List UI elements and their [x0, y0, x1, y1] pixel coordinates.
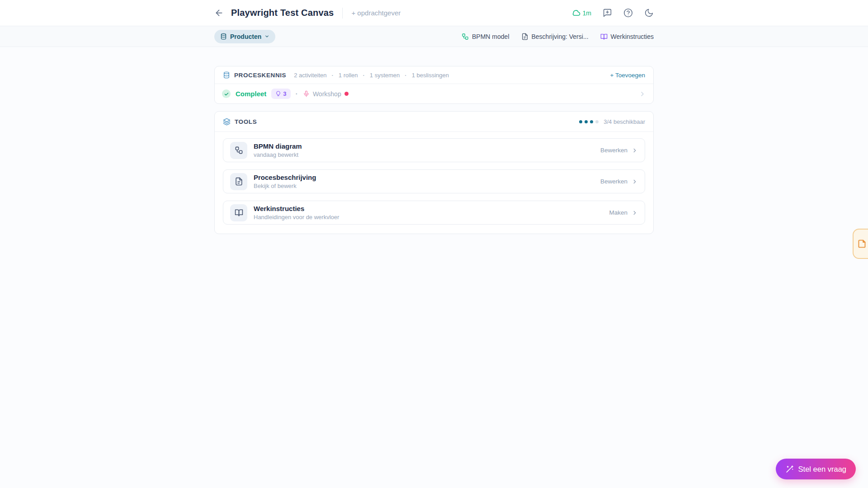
document-icon	[521, 33, 528, 40]
tool-title: BPMN diagram	[254, 142, 302, 150]
layers-icon	[223, 118, 231, 126]
dot-filled-icon	[585, 120, 588, 123]
meta-roles: 1 rollen	[339, 72, 358, 79]
message-plus-icon	[603, 8, 612, 18]
workshop-label: Workshop	[313, 90, 341, 98]
meta-systems: 1 systemen	[370, 72, 400, 79]
dot-filled-icon	[579, 120, 582, 123]
workflow-icon	[230, 142, 247, 159]
cloud-icon	[572, 9, 580, 17]
toolbar-inner: Producten BPMN model Beschrijving: Versi…	[214, 26, 654, 47]
magic-wand-icon	[785, 465, 794, 474]
process-card-title: PROCESKENNIS	[234, 72, 286, 79]
tool-action-label: Bewerken	[600, 178, 627, 185]
process-knowledge-card: PROCESKENNIS 2 activiteiten · 1 rollen ·…	[214, 66, 654, 104]
tools-card-header: TOOLS 3/4 beschikbaar	[215, 112, 653, 131]
tools-availability-label: 3/4 beschikbaar	[604, 118, 645, 125]
tool-row-procesbeschrijving[interactable]: Procesbeschrijving Bekijk of bewerk Bewe…	[223, 169, 645, 193]
process-card-meta: 2 activiteiten · 1 rollen · 1 systemen ·…	[294, 72, 449, 79]
tool-texts: Procesbeschrijving Bekijk of bewerk	[254, 174, 316, 189]
tool-row-bpmn-diagram[interactable]: BPMN diagram vandaag bewerkt Bewerken	[223, 138, 645, 162]
database-icon	[220, 33, 227, 40]
tool-texts: Werkinstructies Handleidingen voor de we…	[254, 205, 339, 221]
book-open-icon	[600, 33, 608, 40]
toolbar-link-beschrijving[interactable]: Beschrijving: Versi...	[521, 33, 589, 40]
back-button[interactable]	[214, 8, 224, 18]
sticky-note-icon	[857, 239, 867, 249]
notes-edge-tab[interactable]	[853, 229, 868, 259]
status-separator: ·	[296, 90, 298, 98]
help-button[interactable]	[623, 8, 633, 18]
dot-empty-icon	[595, 120, 599, 123]
add-process-knowledge-button[interactable]: + Toevoegen	[610, 72, 645, 79]
meta-separator: ·	[363, 72, 364, 79]
tool-action-label: Bewerken	[600, 147, 627, 154]
tool-action-label: Maken	[609, 209, 627, 216]
tools-card-title: TOOLS	[235, 118, 257, 125]
ask-question-label: Stel een vraag	[798, 465, 846, 474]
sync-status[interactable]: 1m	[572, 9, 591, 17]
tool-action-edit[interactable]: Bewerken	[600, 147, 638, 154]
top-header: Playwright Test Canvas + opdrachtgever 1…	[0, 0, 868, 26]
tool-action-edit[interactable]: Bewerken	[600, 178, 638, 185]
chevron-right-icon	[632, 178, 638, 185]
tools-list: BPMN diagram vandaag bewerkt Bewerken	[215, 132, 653, 234]
tool-title: Werkinstructies	[254, 205, 339, 212]
lightbulb-icon	[275, 91, 281, 97]
chevron-down-icon	[264, 34, 269, 39]
feedback-button[interactable]	[603, 8, 612, 18]
workflow-icon	[462, 33, 469, 40]
meta-separator: ·	[405, 72, 406, 79]
toolbar-link-bpmn-model[interactable]: BPMN model	[462, 33, 509, 40]
main-content: PROCESKENNIS 2 activiteiten · 1 rollen ·…	[0, 47, 868, 234]
chevron-right-icon	[632, 147, 638, 154]
process-status-row[interactable]: Compleet 3 · Workshop	[215, 84, 653, 103]
tool-title: Procesbeschrijving	[254, 174, 316, 181]
tool-subtitle: vandaag bewerkt	[254, 151, 302, 158]
ideas-badge[interactable]: 3	[271, 89, 290, 99]
sync-time-label: 1m	[583, 9, 591, 17]
toolbar-link-label: Beschrijving: Versi...	[532, 33, 589, 40]
document-icon	[230, 173, 247, 190]
help-circle-icon	[623, 8, 633, 18]
database-icon	[223, 71, 230, 79]
tool-subtitle: Bekijk of bewerk	[254, 183, 316, 189]
add-client-button[interactable]: + opdrachtgever	[351, 9, 401, 17]
toolbar-link-label: BPMN model	[472, 33, 509, 40]
moon-icon	[644, 8, 654, 18]
chevron-right-icon	[639, 90, 646, 98]
toolbar-link-werkinstructies[interactable]: Werkinstructies	[600, 33, 654, 40]
meta-separator: ·	[332, 72, 334, 79]
meta-activities: 2 activiteiten	[294, 72, 326, 79]
microphone-icon	[303, 90, 310, 97]
products-dropdown-label: Producten	[230, 33, 261, 40]
ideas-count: 3	[283, 90, 286, 97]
toolbar-link-label: Werkinstructies	[611, 33, 654, 40]
meta-decisions: 1 beslissingen	[412, 72, 449, 79]
process-card-header: PROCESKENNIS 2 activiteiten · 1 rollen ·…	[215, 66, 653, 84]
tool-subtitle: Handleidingen voor de werkvloer	[254, 214, 339, 221]
toolbar: Producten BPMN model Beschrijving: Versi…	[0, 26, 868, 47]
tool-row-werkinstructies[interactable]: Werkinstructies Handleidingen voor de we…	[223, 201, 645, 225]
tool-action-create[interactable]: Maken	[609, 209, 638, 216]
dark-mode-toggle[interactable]	[644, 8, 654, 18]
chevron-right-icon	[632, 210, 638, 216]
workshop-indicator: Workshop	[303, 90, 349, 98]
tools-card: TOOLS 3/4 beschikbaar BPMN diagram	[214, 111, 654, 234]
ask-question-button[interactable]: Stel een vraag	[776, 459, 856, 479]
status-complete-label: Compleet	[236, 90, 266, 98]
page-title: Playwright Test Canvas	[231, 8, 334, 18]
top-header-inner: Playwright Test Canvas + opdrachtgever 1…	[214, 0, 654, 26]
arrow-left-icon	[214, 8, 224, 18]
header-actions: 1m	[572, 8, 654, 18]
products-dropdown[interactable]: Producten	[214, 30, 275, 43]
header-divider	[342, 8, 343, 19]
tool-texts: BPMN diagram vandaag bewerkt	[254, 142, 302, 158]
check-circle-icon	[222, 89, 231, 98]
tools-availability-dots	[579, 120, 599, 123]
toolbar-links: BPMN model Beschrijving: Versi... Werkin…	[462, 33, 654, 40]
dot-filled-icon	[590, 120, 593, 123]
live-dot-icon	[344, 92, 349, 96]
book-open-icon	[230, 204, 247, 221]
